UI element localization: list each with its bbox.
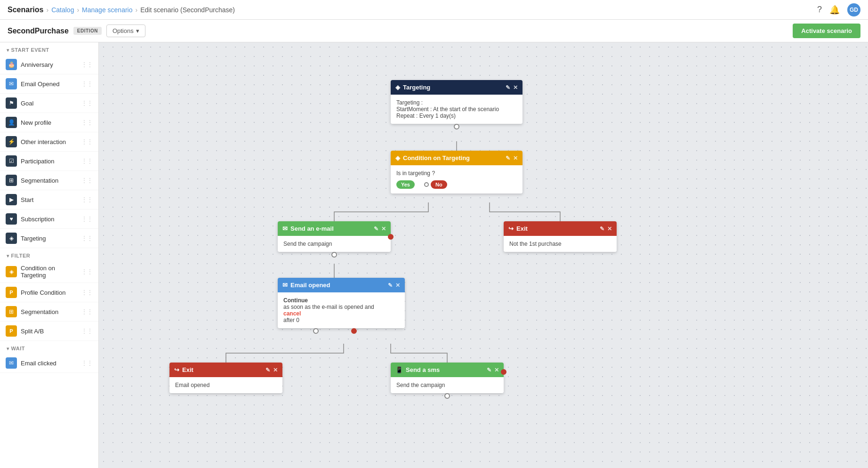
email-opened-node-actions[interactable]: ✎ ✕: [388, 282, 400, 289]
condition-node-actions[interactable]: ✎ ✕: [506, 155, 518, 161]
close-icon[interactable]: ✕: [273, 367, 278, 373]
drag-handle: ⋮⋮: [81, 177, 93, 184]
sidebar-item-targeting[interactable]: ◈ Targeting ⋮⋮: [0, 229, 98, 248]
send-sms-right-connector: [501, 369, 506, 375]
topbar-right: ? 🔔 GD: [817, 3, 860, 16]
sidebar-item-anniversary[interactable]: 🎂 Anniversary ⋮⋮: [0, 55, 98, 74]
sidebar-item-subscription[interactable]: ♥ Subscription ⋮⋮: [0, 210, 98, 229]
close-icon[interactable]: ✕: [513, 84, 518, 91]
sidebar-label-start: Start: [21, 196, 78, 203]
sidebar-label-split-ab: Split A/B: [21, 328, 78, 335]
exit2-node-actions[interactable]: ✎ ✕: [265, 367, 278, 373]
exit2-node-header: ↪ Exit ✎ ✕: [169, 363, 282, 377]
drag-handle: ⋮⋮: [81, 289, 93, 296]
sidebar-label-goal: Goal: [21, 100, 78, 107]
start-icon: ▶: [6, 194, 17, 205]
participation-icon: ☑: [6, 155, 17, 167]
edition-badge: EDITION: [73, 27, 102, 35]
drag-handle: ⋮⋮: [81, 308, 93, 315]
sidebar: ▾ START EVENT 🎂 Anniversary ⋮⋮ ✉ Email O…: [0, 42, 99, 468]
no-connector-left: [424, 182, 429, 187]
email-opened-node-icon: ✉: [282, 282, 288, 289]
node-exit-2: ↪ Exit ✎ ✕ Email opened: [169, 363, 282, 393]
goal-icon: ⚑: [6, 97, 17, 109]
targeting-node-actions[interactable]: ✎ ✕: [506, 84, 518, 91]
send-email-node-actions[interactable]: ✎ ✕: [374, 226, 386, 232]
sidebar-item-start[interactable]: ▶ Start ⋮⋮: [0, 190, 98, 210]
drag-handle: ⋮⋮: [81, 196, 93, 203]
sidebar-item-segmentation-filter[interactable]: ⊞ Segmentation ⋮⋮: [0, 302, 98, 322]
send-email-node-icon: ✉: [282, 225, 288, 232]
email-opened-icon: ✉: [6, 78, 17, 89]
email-opened-node-title: Email opened: [290, 282, 330, 289]
exit1-node-actions[interactable]: ✎ ✕: [600, 226, 612, 232]
yes-badge: Yes: [396, 180, 415, 189]
sidebar-item-email-clicked[interactable]: ✉ Email clicked ⋮⋮: [0, 354, 98, 373]
sidebar-item-profile-condition[interactable]: P Profile Condition ⋮⋮: [0, 283, 98, 302]
section-chevron-wait: ▾: [7, 346, 9, 351]
main-layout: ▾ START EVENT 🎂 Anniversary ⋮⋮ ✉ Email O…: [0, 42, 868, 468]
no-badge: No: [431, 180, 447, 189]
close-icon[interactable]: ✕: [395, 282, 400, 289]
topbar-left: Scenarios › Catalog › Manage scenario › …: [8, 6, 235, 14]
options-button[interactable]: Options ▾: [106, 24, 145, 37]
sidebar-item-condition-targeting[interactable]: ◈ Condition on Targeting ⋮⋮: [0, 261, 98, 283]
profile-condition-icon: P: [6, 287, 17, 298]
breadcrumb-catalog[interactable]: Catalog: [51, 6, 74, 14]
node-condition-targeting: ◈ Condition on Targeting ✎ ✕ Is in targe…: [391, 151, 522, 194]
edit-icon[interactable]: ✎: [487, 367, 491, 373]
sidebar-item-new-profile[interactable]: 👤 New profile ⋮⋮: [0, 113, 98, 132]
edit-icon[interactable]: ✎: [506, 155, 510, 161]
exit2-node-icon: ↪: [174, 366, 179, 373]
sidebar-item-email-opened[interactable]: ✉ Email Opened ⋮⋮: [0, 74, 98, 94]
edit-icon[interactable]: ✎: [506, 84, 510, 91]
bell-icon[interactable]: 🔔: [829, 5, 840, 15]
edit-icon[interactable]: ✎: [374, 226, 378, 232]
email-opened-node-header: ✉ Email opened ✎ ✕: [278, 278, 405, 292]
node-send-email: ✉ Send an e-mail ✎ ✕ Send the campaign: [278, 221, 391, 252]
close-icon[interactable]: ✕: [513, 155, 518, 161]
sidebar-item-split-ab[interactable]: P Split A/B ⋮⋮: [0, 322, 98, 341]
sidebar-item-other-interaction[interactable]: ⚡ Other interaction ⋮⋮: [0, 132, 98, 152]
sidebar-label-targeting: Targeting: [21, 235, 78, 242]
send-sms-node-header: 📱 Send a sms ✎ ✕: [391, 363, 504, 377]
edit-icon[interactable]: ✎: [600, 226, 604, 232]
drag-handle: ⋮⋮: [81, 138, 93, 145]
app-title: Scenarios: [8, 6, 43, 14]
sidebar-item-participation[interactable]: ☑ Participation ⋮⋮: [0, 152, 98, 171]
sidebar-label-segmentation-filter: Segmentation: [21, 308, 78, 315]
drag-handle: ⋮⋮: [81, 360, 93, 366]
scenario-title: SecondPurchase: [8, 27, 69, 35]
activate-button[interactable]: Activate scenario: [793, 24, 860, 38]
close-icon[interactable]: ✕: [607, 226, 612, 232]
section-chevron: ▾: [7, 48, 9, 53]
exit1-node-icon: ↪: [508, 225, 514, 232]
drag-handle: ⋮⋮: [81, 81, 93, 87]
segmentation-filter-icon: ⊞: [6, 306, 17, 317]
sidebar-item-segmentation[interactable]: ⊞ Segmentation ⋮⋮: [0, 171, 98, 190]
split-ab-icon: P: [6, 325, 17, 337]
exit2-node-body: Email opened: [169, 377, 282, 393]
node-email-opened: ✉ Email opened ✎ ✕ Continue as soon as t…: [278, 278, 405, 328]
help-icon[interactable]: ?: [817, 5, 822, 15]
flow-canvas: ◈ Targeting ✎ ✕ Targeting : StartMoment …: [99, 42, 868, 468]
user-avatar[interactable]: GD: [847, 3, 860, 16]
subscription-icon: ♥: [6, 213, 17, 225]
section-filter: ▾ FILTER: [0, 248, 98, 261]
edit-icon[interactable]: ✎: [265, 367, 270, 373]
send-sms-node-actions[interactable]: ✎ ✕: [487, 367, 499, 373]
targeting-node-title: Targeting: [403, 84, 430, 91]
send-email-output: [331, 252, 337, 258]
email-opened-right-output: [351, 328, 357, 334]
exit1-node-title: Exit: [516, 225, 528, 232]
edit-icon[interactable]: ✎: [388, 282, 393, 289]
email-clicked-icon: ✉: [6, 357, 17, 369]
send-email-right-connector: [388, 234, 394, 240]
close-icon[interactable]: ✕: [381, 226, 386, 232]
sidebar-label-profile-condition: Profile Condition: [21, 289, 78, 296]
sidebar-item-goal[interactable]: ⚑ Goal ⋮⋮: [0, 94, 98, 113]
close-icon[interactable]: ✕: [494, 367, 499, 373]
breadcrumb-manage[interactable]: Manage scenario: [82, 6, 132, 14]
condition-node-header: ◈ Condition on Targeting ✎ ✕: [391, 151, 522, 165]
condition-node-icon: ◈: [395, 154, 400, 161]
